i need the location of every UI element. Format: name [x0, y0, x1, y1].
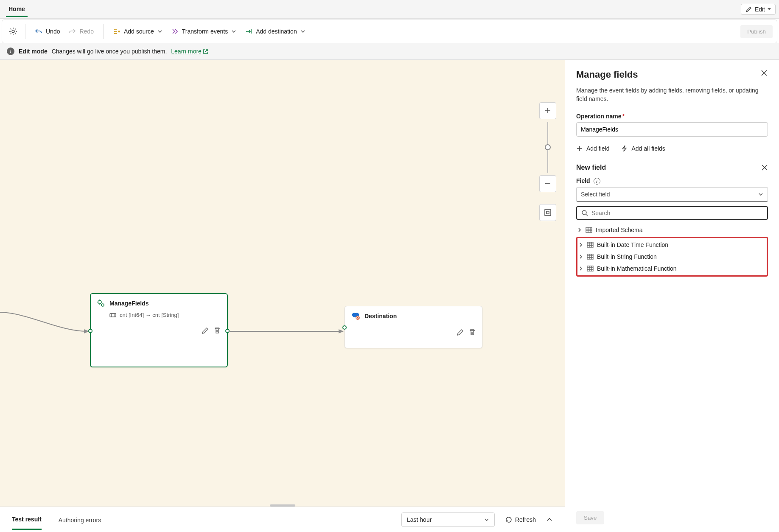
plus-icon: [576, 145, 583, 152]
divider: [103, 24, 104, 39]
port-in[interactable]: [342, 325, 347, 330]
publish-button[interactable]: Publish: [740, 25, 773, 38]
edit-label: Edit: [755, 6, 765, 13]
field-select[interactable]: Select field: [576, 187, 768, 202]
edit-icon[interactable]: [457, 328, 464, 336]
schema-icon: [109, 312, 116, 318]
zoom-slider[interactable]: [547, 122, 548, 173]
divider: [25, 24, 25, 39]
info-message: Changes will go live once you publish th…: [52, 48, 167, 55]
panel-title: Manage fields: [576, 69, 638, 80]
svg-rect-12: [587, 266, 593, 271]
plus-icon: [544, 107, 551, 114]
tree-label: Built-in Mathematical Function: [597, 265, 677, 272]
redo-button[interactable]: Redo: [64, 25, 98, 38]
add-source-button[interactable]: Add source: [109, 25, 167, 38]
zoom-thumb[interactable]: [545, 144, 551, 150]
add-field-button[interactable]: Add field: [576, 145, 609, 152]
resize-handle[interactable]: [270, 504, 295, 507]
info-title: Edit mode: [19, 48, 48, 55]
search-input[interactable]: [591, 210, 763, 216]
close-panel-button[interactable]: [760, 69, 768, 77]
undo-button[interactable]: Undo: [31, 25, 64, 38]
chevron-right-icon: [577, 227, 582, 232]
svg-point-8: [582, 210, 586, 215]
settings-button[interactable]: [6, 25, 20, 38]
tree-label: Imported Schema: [596, 227, 643, 233]
pencil-icon: [745, 6, 752, 13]
svg-point-2: [101, 304, 104, 306]
info-icon[interactable]: i: [594, 178, 600, 185]
edit-dropdown[interactable]: Edit: [741, 4, 776, 15]
table-icon: [587, 242, 594, 248]
chevron-down-icon: [231, 29, 236, 34]
refresh-button[interactable]: Refresh: [505, 516, 536, 524]
tab-test-result[interactable]: Test result: [12, 509, 42, 530]
time-range-label: Last hour: [407, 516, 432, 523]
table-icon: [587, 266, 594, 272]
redo-label: Redo: [79, 28, 93, 35]
minus-icon: [544, 180, 551, 187]
svg-rect-10: [587, 242, 593, 247]
canvas[interactable]: ManageFields cnt [Int64] → cnt [String]: [0, 60, 565, 507]
svg-point-1: [98, 300, 101, 304]
transform-label: Transform events: [182, 28, 228, 35]
tree-item-imported-schema[interactable]: Imported Schema: [576, 224, 768, 236]
tab-bar: Home Edit: [0, 0, 779, 19]
fit-view-button[interactable]: [539, 204, 556, 221]
bottom-bar: Test result Authoring errors Last hour R…: [0, 507, 565, 532]
operation-name-input[interactable]: [576, 122, 768, 137]
delete-icon[interactable]: [213, 327, 221, 334]
delete-icon[interactable]: [468, 328, 476, 336]
add-all-fields-button[interactable]: Add all fields: [621, 145, 665, 152]
node-managefields[interactable]: ManageFields cnt [Int64] → cnt [String]: [90, 293, 228, 367]
divider: [315, 24, 315, 39]
chevron-down-icon: [758, 192, 763, 197]
add-destination-label: Add destination: [256, 28, 297, 35]
chevron-up-icon: [546, 516, 553, 523]
tree-label: Built-in String Function: [597, 253, 657, 260]
svg-rect-7: [546, 211, 549, 214]
close-newfield-button[interactable]: [761, 164, 768, 171]
svg-rect-11: [587, 254, 593, 259]
chevron-right-icon: [578, 254, 583, 259]
tree-item-string-fn[interactable]: Built-in String Function: [577, 251, 767, 263]
node-destination[interactable]: Destination: [345, 306, 482, 348]
table-icon: [586, 227, 592, 233]
collapse-button[interactable]: [546, 516, 553, 523]
close-icon: [761, 164, 768, 171]
schema-text: cnt [Int64] → cnt [String]: [120, 312, 179, 318]
info-icon: i: [7, 48, 14, 55]
save-button[interactable]: Save: [576, 511, 604, 524]
edge-left: [0, 304, 92, 355]
toolbar: Undo Redo Add source Transform events Ad…: [2, 20, 777, 43]
zoom-out-button[interactable]: [539, 175, 556, 192]
transform-events-button[interactable]: Transform events: [167, 25, 241, 38]
svg-rect-3: [110, 314, 116, 317]
manage-fields-icon: [97, 299, 105, 308]
port-in[interactable]: [88, 329, 92, 333]
edit-icon[interactable]: [202, 327, 209, 334]
add-destination-button[interactable]: Add destination: [241, 25, 310, 38]
transform-icon: [171, 28, 179, 35]
highlighted-functions: Built-in Date Time Function Built-in Str…: [576, 237, 768, 277]
search-icon: [581, 210, 588, 216]
redo-icon: [68, 28, 76, 35]
learn-more-link[interactable]: Learn more: [171, 48, 208, 55]
table-icon: [587, 254, 594, 260]
tab-authoring-errors[interactable]: Authoring errors: [59, 510, 101, 529]
tree-item-datetime-fn[interactable]: Built-in Date Time Function: [577, 239, 767, 251]
tab-home[interactable]: Home: [6, 1, 28, 17]
info-strip: i Edit mode Changes will go live once yo…: [0, 43, 779, 60]
search-box[interactable]: [576, 206, 768, 220]
learn-more-label: Learn more: [171, 48, 202, 55]
time-range-select[interactable]: Last hour: [401, 512, 495, 527]
tree-item-math-fn[interactable]: Built-in Mathematical Function: [577, 263, 767, 274]
zoom-in-button[interactable]: [539, 102, 556, 119]
add-field-label: Add field: [586, 145, 609, 152]
close-icon: [760, 69, 768, 77]
new-field-title: New field: [576, 164, 606, 171]
chevron-right-icon: [578, 266, 583, 271]
field-label: Field i: [576, 177, 768, 185]
chevron-down-icon: [484, 517, 489, 522]
